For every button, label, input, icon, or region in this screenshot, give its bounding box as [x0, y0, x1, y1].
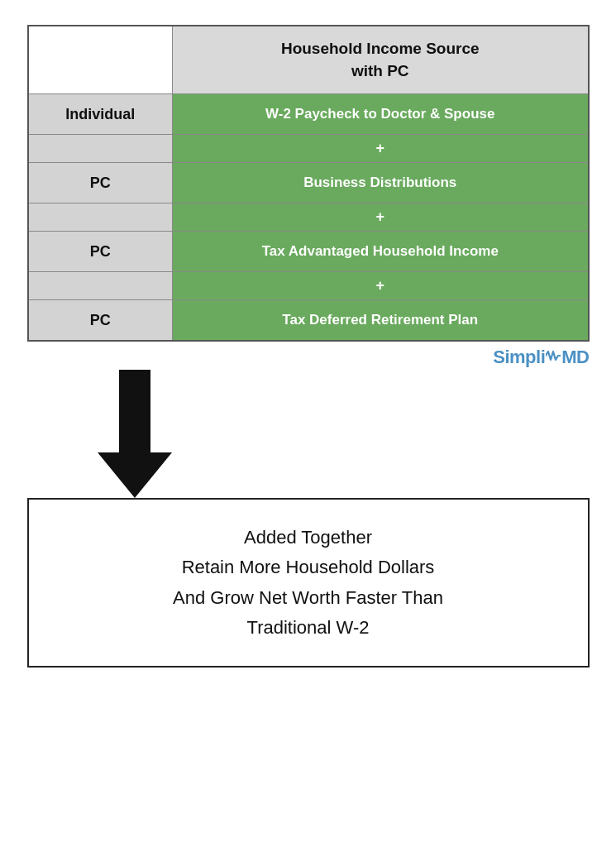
bottom-line-4: Traditional W-2 [247, 617, 370, 638]
brand-wave-icon [546, 345, 561, 366]
brand-logo: Simpli MD [493, 347, 589, 368]
right-content-cell: Tax Deferred Retirement Plan [173, 300, 589, 342]
table-row: IndividualW-2 Paycheck to Doctor & Spous… [28, 94, 589, 135]
bottom-line-1: Added Together [244, 527, 372, 548]
income-table: Household Income Sourcewith PC Individua… [27, 25, 590, 342]
arrow-shaft [119, 370, 150, 452]
right-content-cell: Business Distributions [173, 163, 589, 203]
plus-right-cell: + [173, 203, 589, 232]
down-arrow [98, 370, 172, 498]
plus-left-cell [28, 203, 173, 232]
table-row: + [28, 272, 589, 300]
table-row: PCBusiness Distributions [28, 163, 589, 203]
table-row: + [28, 203, 589, 232]
right-content-cell: W-2 Paycheck to Doctor & Spouse [173, 94, 589, 135]
plus-left-cell [28, 135, 173, 163]
bottom-line-3: And Grow Net Worth Faster Than [173, 587, 443, 608]
table-row: PCTax Deferred Retirement Plan [28, 300, 589, 342]
brand-row: Simpli MD [27, 347, 590, 368]
bottom-box: Added Together Retain More Household Dol… [27, 498, 590, 668]
plus-right-cell: + [173, 272, 589, 300]
plus-right-cell: + [173, 135, 589, 163]
header-right-cell: Household Income Sourcewith PC [173, 26, 589, 94]
bottom-box-text: Added Together Retain More Household Dol… [54, 523, 563, 643]
header-title: Household Income Sourcewith PC [281, 40, 480, 79]
left-label-cell: PC [28, 163, 173, 203]
page-wrapper: Household Income Sourcewith PC Individua… [27, 25, 590, 668]
bottom-line-2: Retain More Household Dollars [182, 557, 435, 577]
left-label-cell: Individual [28, 94, 173, 135]
header-left-cell [28, 26, 173, 94]
left-label-cell: PC [28, 300, 173, 342]
table-row: + [28, 135, 589, 163]
left-label-cell: PC [28, 232, 173, 272]
table-row: PCTax Advantaged Household Income [28, 232, 589, 272]
plus-left-cell [28, 272, 173, 300]
arrow-container [27, 370, 590, 498]
arrow-head [98, 452, 172, 498]
right-content-cell: Tax Advantaged Household Income [173, 232, 589, 272]
